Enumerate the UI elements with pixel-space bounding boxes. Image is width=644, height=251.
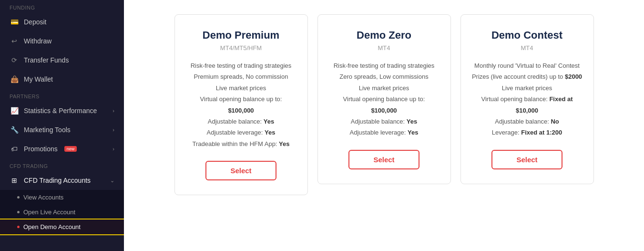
wallet-icon: 👜 xyxy=(10,74,19,84)
sidebar-item-label: Deposit xyxy=(24,18,46,26)
chevron-right-icon: › xyxy=(112,127,114,133)
chevron-down-icon: ⌄ xyxy=(110,178,114,184)
marketing-icon: 🔧 xyxy=(10,125,19,135)
deposit-icon: 💳 xyxy=(10,17,19,27)
section-label-funding: FUNDING xyxy=(0,0,124,12)
section-label-partners: PARTNERS xyxy=(0,89,124,101)
card-platform-premium: MT4/MT5/HFM xyxy=(220,44,262,52)
chevron-right-icon: › xyxy=(112,146,114,152)
chevron-right-icon: › xyxy=(112,108,114,114)
card-platform-contest: MT4 xyxy=(521,44,533,52)
sub-item-view-accounts[interactable]: View Accounts xyxy=(0,190,124,205)
card-title-premium: Demo Premium xyxy=(203,29,279,42)
card-platform-zero: MT4 xyxy=(378,44,390,52)
sidebar-item-label: Statistics & Performance xyxy=(24,107,97,115)
sidebar-item-promotions[interactable]: 🏷 Promotions new › xyxy=(0,139,124,158)
sidebar-item-deposit[interactable]: 💳 Deposit xyxy=(0,12,124,31)
dot-icon xyxy=(17,196,20,199)
section-label-cfd: CFD TRADING xyxy=(0,158,124,171)
sidebar-item-label: My Wallet xyxy=(24,75,53,83)
sidebar-item-label: CFD Trading Accounts xyxy=(24,177,91,184)
card-title-contest: Demo Contest xyxy=(491,29,562,42)
cfd-sub-menu: View Accounts Open Live Account Open Dem… xyxy=(0,190,124,234)
dot-active-icon xyxy=(17,226,20,228)
transfer-icon: ⟳ xyxy=(10,55,19,65)
card-features-premium: Risk-free testing of trading strategies … xyxy=(191,60,292,149)
statistics-icon: 📈 xyxy=(10,106,19,115)
grid-icon: ⊞ xyxy=(10,176,19,185)
card-features-zero: Risk-free testing of trading strategies … xyxy=(334,60,435,138)
sidebar: FUNDING 💳 Deposit ↩ Withdraw ⟳ Transfer … xyxy=(0,0,124,251)
sidebar-item-label: Promotions xyxy=(24,145,58,153)
sidebar-item-marketing[interactable]: 🔧 Marketing Tools › xyxy=(0,120,124,139)
sidebar-item-my-wallet[interactable]: 👜 My Wallet xyxy=(0,70,124,89)
select-button-premium[interactable]: Select xyxy=(205,161,276,180)
demo-premium-card: Demo Premium MT4/MT5/HFM Risk-free testi… xyxy=(174,14,308,195)
sub-item-label: Open Demo Account xyxy=(23,223,81,230)
card-title-zero: Demo Zero xyxy=(357,29,411,42)
sidebar-item-label: Withdraw xyxy=(24,37,51,45)
withdraw-icon: ↩ xyxy=(10,36,19,46)
select-button-contest[interactable]: Select xyxy=(491,150,562,169)
demo-zero-card: Demo Zero MT4 Risk-free testing of tradi… xyxy=(317,14,451,184)
sidebar-item-withdraw[interactable]: ↩ Withdraw xyxy=(0,31,124,51)
sub-item-label: Open Live Account xyxy=(23,209,75,216)
sidebar-item-transfer-funds[interactable]: ⟳ Transfer Funds xyxy=(0,51,124,70)
select-button-zero[interactable]: Select xyxy=(348,150,419,169)
promotions-icon: 🏷 xyxy=(10,144,19,154)
sub-item-open-demo[interactable]: Open Demo Account xyxy=(0,220,124,234)
main-content: Demo Premium MT4/MT5/HFM Risk-free testi… xyxy=(124,0,644,251)
sidebar-item-statistics[interactable]: 📈 Statistics & Performance › xyxy=(0,101,124,120)
demo-contest-card: Demo Contest MT4 Monthly round 'Virtual … xyxy=(460,14,594,184)
dot-icon xyxy=(17,211,20,213)
sidebar-item-label: Marketing Tools xyxy=(24,126,71,134)
sub-item-label: View Accounts xyxy=(23,194,63,201)
new-badge: new xyxy=(64,146,77,152)
card-features-contest: Monthly round 'Virtual to Real' Contest … xyxy=(470,60,584,138)
sidebar-item-label: Transfer Funds xyxy=(24,56,69,64)
sub-item-open-live[interactable]: Open Live Account xyxy=(0,205,124,220)
sidebar-item-cfd-accounts[interactable]: ⊞ CFD Trading Accounts ⌄ xyxy=(0,171,124,190)
